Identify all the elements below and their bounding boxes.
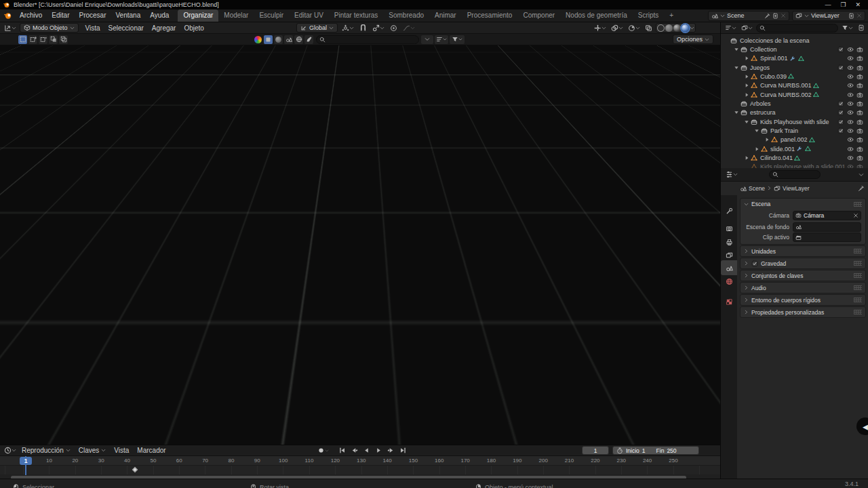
- panel-grip[interactable]: [697, 75, 705, 79]
- scene-panel-header[interactable]: Escena: [741, 199, 865, 209]
- exclude-checkbox[interactable]: [837, 109, 844, 116]
- outliner-filter-dropdown[interactable]: [840, 23, 854, 33]
- panel-grip[interactable]: [854, 298, 862, 302]
- asset-type-model-button[interactable]: [264, 35, 273, 44]
- disable-render-camera-icon[interactable]: [856, 155, 863, 161]
- outliner-item-label[interactable]: estrucura: [750, 109, 776, 116]
- outliner-item-label[interactable]: Curva NURBS.002: [760, 92, 812, 98]
- hide-eye-icon[interactable]: [847, 109, 854, 116]
- n-panel-tab-blenderkit[interactable]: Blenderkit: [709, 142, 717, 181]
- hide-eye-icon[interactable]: [847, 127, 854, 134]
- select-mode-extend-button[interactable]: [28, 35, 37, 44]
- shading-wireframe-button[interactable]: [657, 24, 665, 32]
- outliner-row[interactable]: Collection: [721, 45, 868, 54]
- panel-activation-header[interactable]: Activation / Log in: [628, 71, 709, 82]
- workspace-tab[interactable]: +: [664, 9, 679, 22]
- outliner-row[interactable]: Juegos: [721, 63, 868, 72]
- gizmo-x-axis[interactable]: X: [609, 90, 618, 100]
- outliner-row[interactable]: Cubo.039: [721, 72, 868, 81]
- proportional-editing-toggle[interactable]: [389, 23, 399, 33]
- outliner-item-label[interactable]: Curva NURBS.001: [760, 82, 812, 89]
- workspace-tab[interactable]: Nodos de geometría: [560, 9, 633, 22]
- outliner-row[interactable]: Park Train: [721, 127, 868, 136]
- viewport-menu-objeto[interactable]: Objeto: [180, 24, 208, 32]
- mode-dropdown[interactable]: Modo Objeto: [20, 23, 79, 33]
- playback-prev-key-button[interactable]: [349, 446, 359, 455]
- menu-ventana[interactable]: Ventana: [111, 9, 146, 22]
- properties-editor-type-button[interactable]: [724, 170, 739, 180]
- menu-archivo[interactable]: Archivo: [15, 9, 47, 22]
- expand-right-icon[interactable]: [743, 74, 749, 79]
- gizmo-x-neg-axis[interactable]: [578, 93, 588, 102]
- snap-target-dropdown[interactable]: [371, 23, 386, 33]
- timeline-menu-reproducción[interactable]: Reproducción: [18, 447, 75, 454]
- panel-about-header[interactable]: Acerca de: [628, 289, 709, 300]
- outliner-item-label[interactable]: Juegos: [750, 64, 770, 71]
- disable-render-camera-icon[interactable]: [856, 46, 863, 53]
- expand-right-icon[interactable]: [743, 92, 749, 98]
- viewport-menu-agregar[interactable]: Agregar: [148, 24, 180, 32]
- panel-collapsed[interactable]: Audio: [740, 282, 866, 293]
- learn-teams-button[interactable]: Learn about Sketchfab for Teams: [631, 125, 705, 136]
- workspace-tab[interactable]: Procesamiento: [462, 9, 518, 22]
- breadcrumb-scene[interactable]: Scene: [749, 185, 765, 192]
- disable-render-camera-icon[interactable]: [856, 146, 863, 152]
- hide-eye-icon[interactable]: [847, 92, 854, 98]
- expand-down-icon[interactable]: [733, 47, 739, 52]
- background-scene-field[interactable]: [793, 222, 861, 232]
- panel-grip[interactable]: [854, 273, 862, 278]
- hide-eye-icon[interactable]: [847, 100, 854, 107]
- properties-options-button[interactable]: [857, 170, 865, 180]
- new-scene-icon[interactable]: [772, 13, 778, 19]
- timeline-ruler[interactable]: 1102030405060708090100110120130140150160…: [0, 456, 720, 466]
- expand-down-icon[interactable]: [753, 128, 760, 134]
- search-filters-toggle[interactable]: Search filters: [628, 174, 709, 184]
- compositor-dropdown[interactable]: [627, 23, 642, 33]
- clear-icon[interactable]: [853, 213, 859, 218]
- disable-render-camera-icon[interactable]: [856, 109, 863, 116]
- viewport-menu-seleccionar[interactable]: Seleccionar: [104, 24, 148, 32]
- n-panel-tab-vista[interactable]: Vista: [709, 118, 717, 140]
- outliner-item-label[interactable]: Kids Playhouse with slide: [760, 119, 829, 125]
- workspace-tab[interactable]: Organizar: [178, 9, 218, 22]
- window-close-button[interactable]: ✕: [855, 0, 861, 9]
- timeline-editor-type-button[interactable]: [3, 446, 18, 455]
- asset-type-material-button[interactable]: [274, 35, 283, 44]
- menu-ayuda[interactable]: Ayuda: [145, 9, 174, 22]
- hide-eye-icon[interactable]: [847, 73, 854, 80]
- n-panel-tab-crear[interactable]: Crear: [709, 183, 717, 205]
- workspace-tab[interactable]: Modelar: [218, 9, 254, 22]
- gravity-checkbox[interactable]: [751, 260, 758, 267]
- camera-field[interactable]: Cámara: [793, 211, 861, 220]
- hide-eye-icon[interactable]: [847, 146, 854, 152]
- panel-grip[interactable]: [697, 277, 705, 282]
- delete-scene-icon[interactable]: [781, 13, 786, 18]
- snap-toggle[interactable]: [358, 23, 368, 33]
- asset-type-scene-button[interactable]: [284, 35, 293, 44]
- select-mode-intersect-button[interactable]: [59, 35, 68, 44]
- disable-render-camera-icon[interactable]: [856, 136, 863, 143]
- panel-collapsed[interactable]: Propiedades personalizadas: [740, 306, 866, 318]
- shading-material-button[interactable]: [673, 24, 681, 32]
- search-domain-dropdown[interactable]: All site: [681, 155, 705, 162]
- panel-collapsed[interactable]: Unidades: [740, 245, 866, 257]
- hide-eye-icon[interactable]: [847, 136, 854, 143]
- workspace-tab[interactable]: Animar: [429, 9, 462, 22]
- scene-selector[interactable]: Scene: [708, 11, 789, 21]
- expand-right-icon[interactable]: [743, 155, 749, 161]
- outliner-row[interactable]: Kids Playhouse with slide: [721, 117, 868, 126]
- expand-right-icon[interactable]: [753, 146, 760, 152]
- panel-grip[interactable]: [854, 261, 862, 266]
- panel-collapsed[interactable]: Entorno de cuerpos rígidos: [740, 294, 866, 306]
- breadcrumb-viewlayer[interactable]: ViewLayer: [783, 185, 810, 192]
- asset-search-input[interactable]: [316, 35, 419, 44]
- disable-render-camera-icon[interactable]: [856, 100, 863, 107]
- outliner-row[interactable]: Kids playhouse with a slide.001: [721, 163, 868, 168]
- outliner-row[interactable]: Colecciones de la escena: [721, 36, 868, 45]
- current-frame-badge[interactable]: 1: [20, 457, 32, 465]
- pan-view-icon[interactable]: [603, 147, 612, 159]
- new-viewlayer-icon[interactable]: [848, 13, 854, 19]
- hide-search-button[interactable]: [421, 35, 433, 44]
- keyframe-diamond[interactable]: [132, 467, 138, 472]
- workspace-tab[interactable]: Pintar texturas: [329, 9, 383, 22]
